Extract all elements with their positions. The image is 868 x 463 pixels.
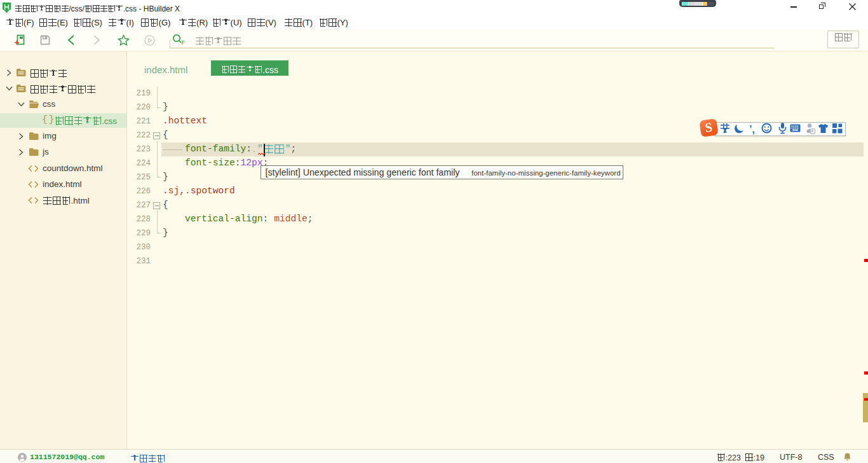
svg-text:F: F [182, 39, 186, 46]
